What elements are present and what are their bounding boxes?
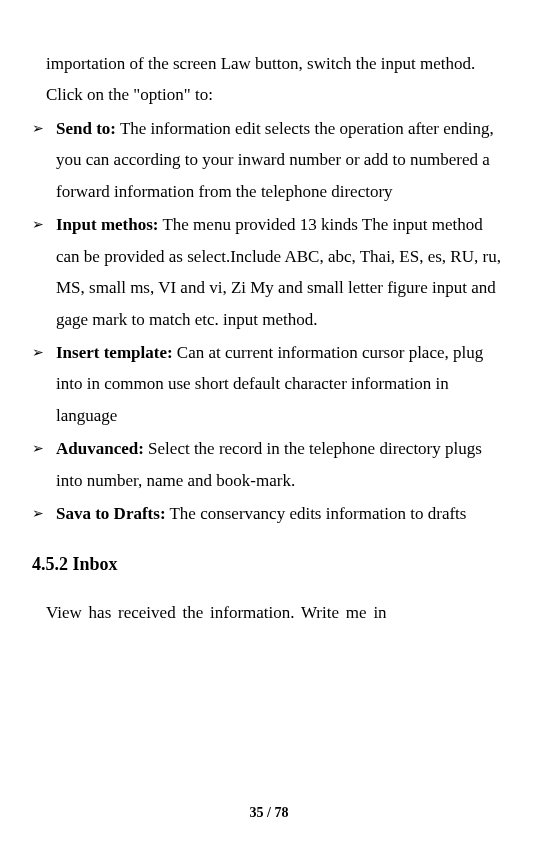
- bullet-icon: ➢: [32, 433, 56, 462]
- bullet-icon: ➢: [32, 498, 56, 527]
- intro-paragraph: importation of the screen Law button, sw…: [46, 48, 506, 111]
- list-item: ➢ Sava to Drafts: The conservancy edits …: [32, 498, 506, 529]
- bullet-content: Sava to Drafts: The conservancy edits in…: [56, 498, 506, 529]
- page-number: 35 / 78: [0, 800, 538, 826]
- bullet-content: Send to: The information edit selects th…: [56, 113, 506, 207]
- section-heading: 4.5.2 Inbox: [32, 548, 506, 581]
- bullet-label: Sava to Drafts:: [56, 504, 166, 523]
- list-item: ➢ Send to: The information edit selects …: [32, 113, 506, 207]
- bullet-icon: ➢: [32, 209, 56, 238]
- list-item: ➢ Aduvanced: Select the record in the te…: [32, 433, 506, 496]
- bullet-content: Input methos: The menu provided 13 kinds…: [56, 209, 506, 335]
- bullet-label: Input methos:: [56, 215, 159, 234]
- bullet-content: Insert template: Can at current informat…: [56, 337, 506, 431]
- bullet-icon: ➢: [32, 337, 56, 366]
- list-item: ➢ Input methos: The menu provided 13 kin…: [32, 209, 506, 335]
- bullet-icon: ➢: [32, 113, 56, 142]
- bullet-label: Aduvanced:: [56, 439, 144, 458]
- bullet-label: Send to:: [56, 119, 116, 138]
- bullet-text: The information edit selects the operati…: [56, 119, 494, 201]
- bullet-text: The conservancy edits information to dra…: [166, 504, 467, 523]
- bullet-list: ➢ Send to: The information edit selects …: [32, 113, 506, 530]
- section-paragraph: View has received the information. Write…: [46, 597, 506, 628]
- bullet-label: Insert template:: [56, 343, 173, 362]
- list-item: ➢ Insert template: Can at current inform…: [32, 337, 506, 431]
- bullet-content: Aduvanced: Select the record in the tele…: [56, 433, 506, 496]
